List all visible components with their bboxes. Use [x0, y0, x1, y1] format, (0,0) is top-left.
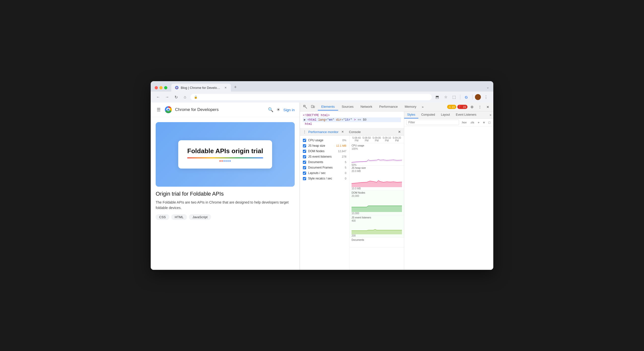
metric-frames-value: 5: [336, 166, 346, 169]
devtools-close-button[interactable]: ✕: [484, 104, 491, 110]
browser-tab[interactable]: Blog | Chrome for Developer ✕: [171, 84, 231, 92]
lang-val: en: [329, 118, 332, 122]
perf-panel-close-button[interactable]: ✕: [398, 130, 401, 134]
jsheap-chart-section: JS heap size 20.0 MB: [350, 166, 404, 190]
tab-close-icon[interactable]: ✕: [224, 86, 228, 90]
tab-performance[interactable]: Performance: [376, 103, 401, 110]
dir-val: ltr: [345, 118, 350, 122]
perf-tab-close-button[interactable]: ✕: [340, 130, 345, 134]
devtools-more-button[interactable]: ⋮: [476, 104, 483, 110]
dot-blue3: [228, 160, 229, 162]
tag-javascript[interactable]: JavaScript: [189, 214, 211, 220]
bookmark-button[interactable]: ☆: [442, 94, 449, 100]
styles-tabs: Styles Computed Layout Event Listeners »: [404, 112, 493, 119]
theme-toggle-button[interactable]: ☀: [276, 107, 280, 112]
devtools-settings-button[interactable]: ⚙: [468, 104, 476, 110]
hamburger-menu-button[interactable]: ☰: [156, 106, 162, 114]
metric-dom-nodes: DOM Nodes 12,647: [300, 148, 349, 154]
tab-memory[interactable]: Memory: [401, 103, 420, 110]
forward-button[interactable]: →: [164, 94, 170, 100]
tab-network[interactable]: Network: [357, 103, 376, 110]
perf-monitor-body: CPU usage 0% JS heap size 12.1 MB: [300, 136, 404, 270]
svg-rect-9: [311, 105, 313, 108]
site-name: Chrome for Developers: [175, 107, 219, 112]
search-button[interactable]: 🔍: [268, 107, 273, 112]
dot-blue: [224, 160, 225, 162]
performance-monitor: ⋮ Performance monitor ✕ Console ✕: [300, 128, 404, 270]
address-bar[interactable]: 🔒: [190, 94, 432, 100]
tag-html[interactable]: HTML: [171, 214, 187, 220]
sign-in-button[interactable]: Sign in: [283, 108, 295, 112]
perf-monitor-header: ⋮ Performance monitor ✕ Console ✕: [300, 128, 404, 136]
layout-tab[interactable]: Layout: [438, 112, 453, 118]
metric-documents: Documents 5: [300, 159, 349, 165]
docs-chart-section: Documents: [350, 238, 404, 248]
profile-avatar[interactable]: [475, 94, 481, 100]
warnings-badge[interactable]: ⚠ 19: [447, 105, 456, 109]
tabs-more-button[interactable]: »: [420, 104, 426, 110]
styles-tab[interactable]: Styles: [404, 112, 418, 118]
metric-jsheap-checkbox[interactable]: [303, 144, 306, 148]
dom-chart-label: DOM Nodes: [352, 192, 402, 194]
card-title[interactable]: Origin trial for Foldable APIs: [156, 191, 295, 197]
blog-card: Foldable APIs origin trial Origin trial …: [151, 117, 300, 225]
metric-listeners-checkbox[interactable]: [303, 155, 306, 158]
styles-filter-input[interactable]: [406, 120, 459, 125]
page-header: ☰ Chrome for Developers 🔍 ☀ Sign in: [151, 102, 300, 117]
box-model-button[interactable]: □: [487, 120, 491, 125]
close-button[interactable]: [155, 86, 158, 89]
styles-tabs-more[interactable]: »: [488, 112, 493, 118]
tag-css[interactable]: CSS: [156, 214, 169, 220]
tab-elements[interactable]: Elements: [318, 103, 338, 110]
ts-1: 5:08:40 PM: [352, 136, 362, 142]
cpu-chart-svg: [352, 151, 402, 164]
card-image: Foldable APIs origin trial: [156, 122, 295, 187]
metric-frames-checkbox[interactable]: [303, 166, 306, 169]
event-listeners-tab[interactable]: Event Listeners: [453, 112, 480, 118]
toggle-style-button[interactable]: ≡: [482, 120, 486, 125]
security-icon: 🔒: [194, 95, 198, 99]
errors-badge[interactable]: 🚩 15: [457, 105, 468, 109]
metric-docs-checkbox[interactable]: [303, 160, 306, 164]
refresh-button[interactable]: ↻: [172, 94, 180, 100]
inspect-element-button[interactable]: [302, 104, 309, 110]
google-account-button[interactable]: G: [463, 94, 470, 100]
screenshot-button[interactable]: ⬒: [434, 94, 441, 100]
html-line-2[interactable]: ▶ <html lang="en" dir="ltr" > == $0: [303, 118, 401, 122]
warnings-count: 19: [452, 106, 455, 108]
metric-listeners-value: 278: [336, 155, 346, 158]
back-button[interactable]: ←: [155, 94, 162, 100]
add-style-rule-button[interactable]: +: [477, 120, 481, 125]
device-toggle-button[interactable]: [309, 104, 316, 110]
hov-button[interactable]: :hov: [460, 120, 468, 124]
chrome-menu-button[interactable]: ⋮: [482, 94, 489, 100]
metric-dom-checkbox[interactable]: [303, 150, 306, 153]
metric-cpu-checkbox[interactable]: [303, 139, 306, 142]
warning-icon: ⚠: [448, 105, 451, 108]
perf-menu-button[interactable]: ⋮: [303, 130, 306, 134]
metric-cpu-usage: CPU usage 0%: [300, 138, 349, 143]
extension-button[interactable]: ⬚: [450, 94, 458, 100]
metric-layouts-checkbox[interactable]: [303, 172, 306, 175]
home-button[interactable]: ⌂: [182, 94, 188, 100]
metric-style-recalcs: Style recalcs / sec 0: [300, 176, 349, 181]
tab-sources[interactable]: Sources: [338, 103, 357, 110]
nav-divider: [460, 94, 460, 100]
console-tab[interactable]: Console: [349, 130, 361, 134]
cls-button[interactable]: .cls: [469, 120, 475, 124]
html-open-tag: <html: [307, 118, 318, 122]
ts-5: 5:09:20 PM: [392, 136, 402, 142]
metric-layouts-name: Layouts / sec: [308, 171, 334, 175]
lang-attr: lang: [318, 118, 326, 122]
new-tab-button[interactable]: +: [232, 84, 239, 90]
computed-tab[interactable]: Computed: [418, 112, 438, 118]
error-icon: 🚩: [459, 105, 462, 108]
perf-monitor-tab[interactable]: Performance monitor: [308, 130, 338, 134]
maximize-button[interactable]: [164, 86, 167, 89]
listeners-200: 200: [352, 234, 402, 237]
tab-menu-button[interactable]: ⌄: [486, 85, 489, 89]
minimize-button[interactable]: [160, 86, 162, 89]
dot-blue4: [230, 160, 231, 162]
nav-bar: ← → ↻ ⌂ 🔒 ⬒ ☆ ⬚ G ⋮: [151, 92, 493, 102]
metric-recalcs-checkbox[interactable]: [303, 177, 306, 180]
